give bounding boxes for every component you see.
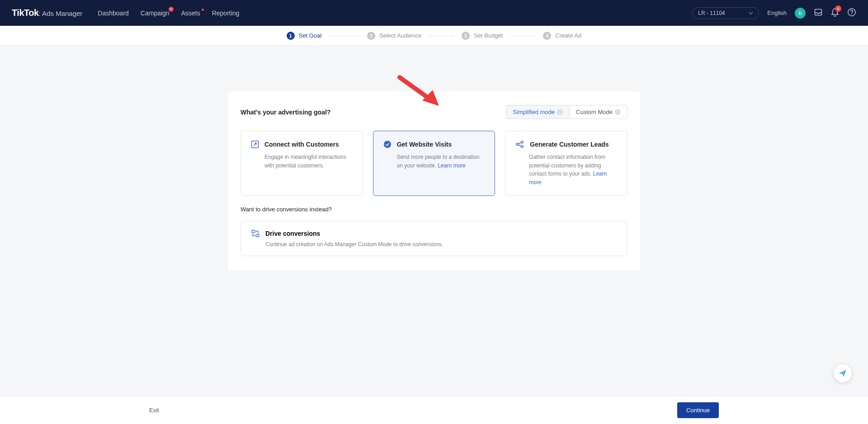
help-tooltip-icon[interactable]: ? bbox=[615, 109, 621, 115]
goal-drive-conversions[interactable]: Drive conversions Continue ad creation o… bbox=[241, 221, 627, 256]
goal-description: Engage in meaningful interactions with p… bbox=[251, 153, 353, 170]
goal-website-visits[interactable]: Get Website Visits Send more people to a… bbox=[373, 131, 495, 196]
simplified-mode-button[interactable]: Simplified mode ? bbox=[507, 105, 570, 119]
step-set-budget[interactable]: 3 Set Budget bbox=[462, 32, 503, 40]
goal-description: Send more people to a destination on you… bbox=[383, 153, 485, 170]
goal-panel: What's your advertising goal? Simplified… bbox=[228, 91, 640, 271]
goal-description: Continue ad creation on Ads Manager Cust… bbox=[251, 241, 617, 248]
account-selector[interactable]: LR - 11104 bbox=[692, 7, 759, 19]
floating-help-button[interactable] bbox=[834, 364, 852, 382]
custom-mode-button[interactable]: Custom Mode ? bbox=[570, 105, 627, 119]
goal-title-label: Drive conversions bbox=[265, 230, 320, 237]
inbox-icon[interactable] bbox=[814, 8, 823, 19]
share-nodes-icon bbox=[515, 140, 524, 148]
top-navigation-bar: TikTok: Ads Manager Dashboard Campaign +… bbox=[0, 0, 868, 26]
brand-logo: TikTok: Ads Manager bbox=[12, 8, 82, 18]
plus-badge-icon: + bbox=[169, 7, 174, 12]
svg-rect-8 bbox=[252, 230, 255, 233]
exit-button[interactable]: Exit bbox=[149, 407, 159, 414]
goal-description: Gather contact information from potentia… bbox=[515, 153, 617, 186]
nav-reporting[interactable]: Reporting bbox=[212, 10, 240, 17]
help-tooltip-icon[interactable]: ? bbox=[557, 109, 563, 115]
help-icon[interactable] bbox=[847, 8, 856, 19]
step-separator-icon: ·········· bbox=[510, 32, 537, 39]
step-set-goal[interactable]: 1 Set Goal bbox=[287, 32, 322, 40]
svg-point-2 bbox=[851, 14, 852, 14]
footer-bar: Exit Continue bbox=[0, 396, 868, 424]
nav-dashboard[interactable]: Dashboard bbox=[98, 10, 129, 17]
svg-point-7 bbox=[521, 146, 524, 148]
chevron-down-icon bbox=[749, 12, 753, 14]
checkmark-circle-icon bbox=[383, 140, 392, 148]
steps-bar: 1 Set Goal ············ 2 Select Audienc… bbox=[0, 26, 868, 46]
continue-button[interactable]: Continue bbox=[677, 402, 719, 418]
step-create-ad[interactable]: 4 Create Ad bbox=[543, 32, 581, 40]
notification-count-badge: 4 bbox=[835, 5, 841, 12]
svg-point-5 bbox=[516, 143, 519, 146]
goal-generate-leads[interactable]: Generate Customer Leads Gather contact i… bbox=[505, 131, 627, 196]
goal-title-label: Connect with Customers bbox=[264, 141, 339, 148]
step-select-audience[interactable]: 2 Select Audience bbox=[367, 32, 421, 40]
user-avatar[interactable]: b bbox=[795, 8, 806, 19]
language-selector[interactable]: English bbox=[767, 10, 787, 16]
nav-campaign[interactable]: Campaign + bbox=[141, 10, 170, 17]
sub-heading: Want to drive conversions instead? bbox=[241, 206, 627, 213]
learn-more-link[interactable]: Learn more bbox=[438, 162, 465, 169]
goal-connect-customers[interactable]: Connect with Customers Engage in meaning… bbox=[241, 131, 363, 196]
goal-title-label: Generate Customer Leads bbox=[530, 141, 609, 148]
svg-point-6 bbox=[521, 141, 524, 143]
connect-icon bbox=[251, 140, 259, 148]
nav-assets[interactable]: Assets bbox=[181, 10, 200, 17]
step-separator-icon: ·········· bbox=[428, 32, 455, 39]
paper-plane-icon bbox=[839, 369, 847, 377]
conversions-icon bbox=[251, 229, 260, 238]
notification-bell-icon[interactable]: 4 bbox=[831, 8, 839, 19]
step-separator-icon: ············ bbox=[328, 32, 360, 39]
mode-toggle: Simplified mode ? Custom Mode ? bbox=[506, 105, 627, 119]
svg-rect-0 bbox=[815, 9, 822, 15]
svg-rect-9 bbox=[256, 234, 259, 237]
svg-point-4 bbox=[384, 141, 391, 148]
goal-title-label: Get Website Visits bbox=[397, 141, 452, 148]
dot-badge-icon bbox=[202, 9, 204, 11]
panel-title: What's your advertising goal? bbox=[241, 109, 330, 116]
